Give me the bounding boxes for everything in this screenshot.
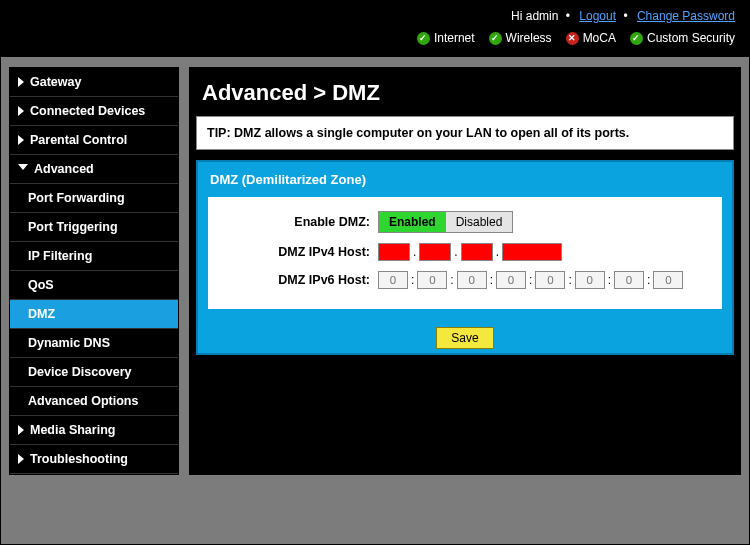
ipv6-seg-2[interactable] xyxy=(417,271,447,289)
caret-right-icon xyxy=(18,135,24,145)
greeting-text: Hi admin xyxy=(511,9,558,23)
sidebar-item-advanced-options[interactable]: Advanced Options xyxy=(10,387,178,416)
ipv6-host-label: DMZ IPv6 Host: xyxy=(218,273,378,287)
enable-dmz-toggle[interactable]: Enabled Disabled xyxy=(378,211,513,233)
sidebar-item-connected-devices[interactable]: Connected Devices xyxy=(10,97,178,126)
caret-right-icon xyxy=(18,77,24,87)
tip-box: TIP: DMZ allows a single computer on you… xyxy=(196,116,734,150)
ipv6-seg-5[interactable] xyxy=(535,271,565,289)
change-password-link[interactable]: Change Password xyxy=(637,9,735,23)
dmz-panel: DMZ (Demilitarized Zone) Enable DMZ: Ena… xyxy=(196,160,734,355)
ipv6-seg-7[interactable] xyxy=(614,271,644,289)
ipv6-host-row: DMZ IPv6 Host: : : : : : : : xyxy=(218,271,712,289)
enabled-option[interactable]: Enabled xyxy=(379,212,446,232)
page-title: Advanced > DMZ xyxy=(196,74,734,116)
ipv6-input-group: : : : : : : : xyxy=(378,271,683,289)
panel-title: DMZ (Demilitarized Zone) xyxy=(198,162,732,197)
enable-dmz-row: Enable DMZ: Enabled Disabled xyxy=(218,211,712,233)
check-icon: ✓ xyxy=(489,32,502,45)
enable-dmz-label: Enable DMZ: xyxy=(218,215,378,229)
ipv4-host-row: DMZ IPv4 Host: . . . xyxy=(218,243,712,261)
check-icon: ✓ xyxy=(417,32,430,45)
sidebar-item-parental-control[interactable]: Parental Control xyxy=(10,126,178,155)
ipv4-host-label: DMZ IPv4 Host: xyxy=(218,245,378,259)
status-custom-security: ✓ Custom Security xyxy=(630,31,735,45)
caret-right-icon xyxy=(18,454,24,464)
status-wireless: ✓ Wireless xyxy=(489,31,552,45)
sidebar-item-troubleshooting[interactable]: Troubleshooting xyxy=(10,445,178,474)
ipv4-octet-3[interactable] xyxy=(461,243,493,261)
caret-down-icon xyxy=(18,164,28,175)
ipv4-octet-1[interactable] xyxy=(378,243,410,261)
ipv6-seg-6[interactable] xyxy=(575,271,605,289)
sidebar-item-dynamic-dns[interactable]: Dynamic DNS xyxy=(10,329,178,358)
sidebar-item-qos[interactable]: QoS xyxy=(10,271,178,300)
save-button[interactable]: Save xyxy=(436,327,493,349)
ipv6-seg-8[interactable] xyxy=(653,271,683,289)
sidebar: Gateway Connected Devices Parental Contr… xyxy=(9,67,179,475)
sidebar-item-device-discovery[interactable]: Device Discovery xyxy=(10,358,178,387)
action-row: Save xyxy=(198,319,732,353)
ipv4-octet-4[interactable] xyxy=(502,243,562,261)
top-bar: Hi admin • Logout • Change Password ✓ In… xyxy=(1,1,749,57)
sidebar-item-ip-filtering[interactable]: IP Filtering xyxy=(10,242,178,271)
ipv6-seg-4[interactable] xyxy=(496,271,526,289)
user-links: Hi admin • Logout • Change Password xyxy=(507,9,735,23)
sidebar-item-gateway[interactable]: Gateway xyxy=(10,68,178,97)
caret-right-icon xyxy=(18,425,24,435)
status-moca: ✕ MoCA xyxy=(566,31,616,45)
main-content: Advanced > DMZ TIP: DMZ allows a single … xyxy=(189,67,741,475)
disabled-option[interactable]: Disabled xyxy=(446,212,513,232)
ipv6-seg-1[interactable] xyxy=(378,271,408,289)
panel-body: Enable DMZ: Enabled Disabled DMZ IPv4 Ho… xyxy=(208,197,722,309)
caret-right-icon xyxy=(18,106,24,116)
sidebar-item-port-forwarding[interactable]: Port Forwarding xyxy=(10,184,178,213)
check-icon: ✓ xyxy=(630,32,643,45)
ipv4-input-group: . . . xyxy=(378,243,562,261)
sidebar-item-port-triggering[interactable]: Port Triggering xyxy=(10,213,178,242)
ipv4-octet-2[interactable] xyxy=(419,243,451,261)
status-row: ✓ Internet ✓ Wireless ✕ MoCA ✓ Custom Se… xyxy=(417,31,735,45)
sidebar-item-advanced[interactable]: Advanced xyxy=(10,155,178,184)
ipv6-seg-3[interactable] xyxy=(457,271,487,289)
sidebar-item-media-sharing[interactable]: Media Sharing xyxy=(10,416,178,445)
x-icon: ✕ xyxy=(566,32,579,45)
logout-link[interactable]: Logout xyxy=(579,9,616,23)
status-internet: ✓ Internet xyxy=(417,31,475,45)
sidebar-item-dmz[interactable]: DMZ xyxy=(10,300,178,329)
